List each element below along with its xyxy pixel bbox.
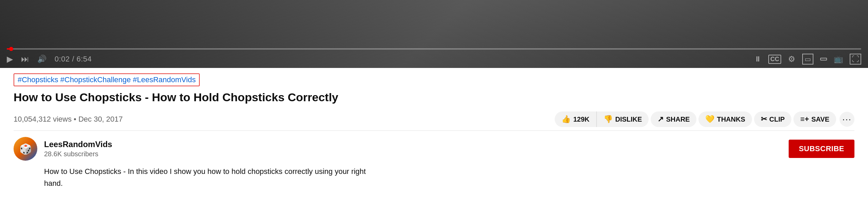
video-title: How to Use Chopsticks - How to Hold Chop… (14, 90, 854, 105)
progress-dot (9, 47, 13, 51)
share-icon: ↗ (657, 115, 664, 124)
avatar[interactable]: 🎲 (14, 137, 37, 161)
channel-info: LeesRandomVids 28.6K subscribers (44, 140, 112, 158)
meta-row: 10,054,312 views • Dec 30, 2017 👍 129K 👎… (14, 108, 854, 131)
hashtag-challenge[interactable]: #ChopstickChallenge (60, 75, 131, 84)
video-player: ▶ ⏭ 🔊 0:02 / 6:54 ⏸ CC ⚙ ▭ (0, 0, 868, 68)
subscriber-count: 28.6K subscribers (44, 150, 112, 158)
dislike-button[interactable]: 👎 DISLIKE (596, 111, 649, 127)
subscribe-button[interactable]: SUBSCRIBE (789, 140, 854, 158)
like-count: 129K (573, 116, 590, 123)
thumbup-icon: 👍 (561, 115, 571, 124)
scissors-icon: ✂ (761, 115, 767, 124)
avatar-image: 🎲 (14, 137, 37, 161)
progress-track[interactable] (7, 48, 861, 50)
clip-label: CLIP (769, 116, 785, 123)
channel-left: 🎲 LeesRandomVids 28.6K subscribers (14, 137, 112, 161)
thumbdown-icon: 👎 (604, 115, 613, 124)
video-thumbnail (0, 0, 868, 68)
hashtag-channel[interactable]: #LeesRandomVids (133, 75, 196, 84)
progress-fill (7, 48, 11, 50)
channel-row: 🎲 LeesRandomVids 28.6K subscribers SUBSC… (14, 136, 854, 165)
save-icon: ≡+ (800, 115, 809, 124)
thanks-label: THANKS (717, 116, 745, 123)
progress-bar-area[interactable] (0, 48, 868, 50)
share-button[interactable]: ↗ SHARE (651, 111, 696, 127)
dislike-label: DISLIKE (615, 116, 642, 123)
thanks-icon: 💛 (705, 115, 714, 124)
hashtag-chopsticks[interactable]: #Chopsticks (18, 75, 58, 84)
more-button[interactable]: ··· (840, 112, 854, 127)
description: How to Use Chopsticks - In this video I … (14, 165, 387, 189)
hashtags-container: #Chopsticks #ChopstickChallenge #LeesRan… (14, 73, 200, 86)
channel-name[interactable]: LeesRandomVids (44, 140, 112, 149)
action-buttons: 👍 129K 👎 DISLIKE ↗ SHARE 💛 THANKS (555, 111, 854, 127)
like-button[interactable]: 👍 129K (555, 111, 596, 127)
save-label: SAVE (811, 116, 829, 123)
more-icon: ··· (842, 114, 852, 125)
share-label: SHARE (666, 116, 690, 123)
content-area: #Chopsticks #ChopstickChallenge #LeesRan… (0, 68, 868, 190)
clip-button[interactable]: ✂ CLIP (754, 111, 792, 127)
thanks-button[interactable]: 💛 THANKS (698, 111, 752, 127)
like-dislike-group: 👍 129K 👎 DISLIKE (555, 111, 649, 127)
view-date: 10,054,312 views • Dec 30, 2017 (14, 115, 123, 124)
save-button[interactable]: ≡+ SAVE (793, 111, 836, 127)
